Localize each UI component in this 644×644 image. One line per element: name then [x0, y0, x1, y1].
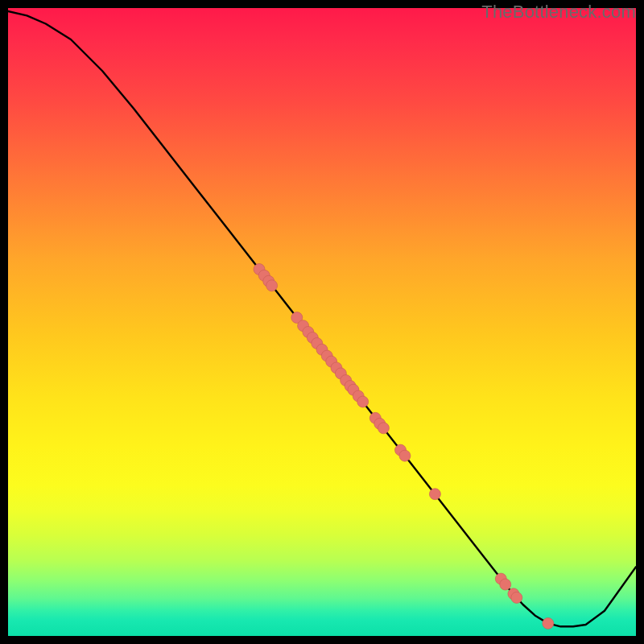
data-marker: [500, 579, 511, 590]
data-marker: [357, 396, 369, 407]
data-marker: [399, 450, 411, 461]
data-marker: [266, 280, 278, 291]
data-markers: [254, 263, 554, 629]
chart-svg: [8, 8, 636, 636]
data-marker: [378, 423, 389, 434]
plot-area: [8, 8, 636, 636]
data-marker: [511, 592, 522, 603]
bottleneck-curve: [8, 11, 636, 626]
watermark-text: TheBottleneck.com: [481, 2, 636, 23]
data-marker: [429, 489, 440, 500]
data-marker: [543, 617, 554, 629]
chart-container: TheBottleneck.com: [0, 0, 644, 644]
